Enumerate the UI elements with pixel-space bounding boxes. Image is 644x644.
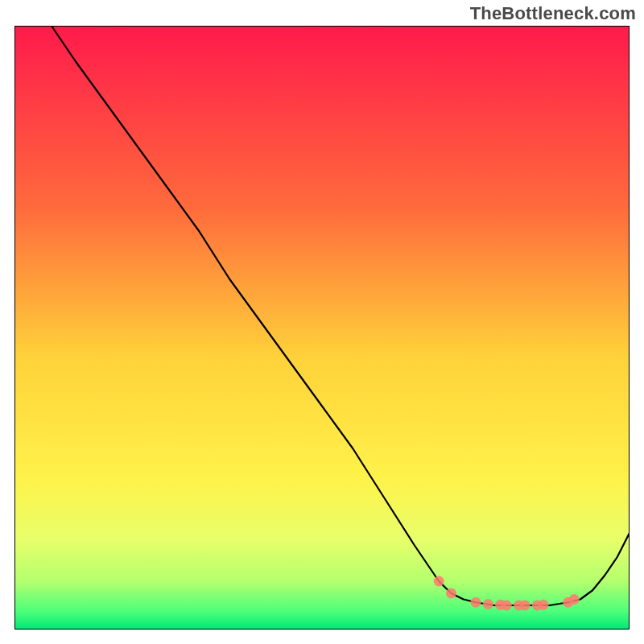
highlight-marker: [502, 601, 512, 611]
highlight-marker: [520, 601, 530, 611]
highlight-marker: [539, 600, 549, 610]
highlight-marker: [446, 588, 456, 599]
gradient-background: [14, 26, 630, 630]
chart-frame: TheBottleneck.com: [0, 0, 644, 644]
plot-area: [14, 26, 630, 630]
highlight-marker: [569, 594, 580, 605]
watermark-text: TheBottleneck.com: [470, 3, 636, 24]
highlight-marker: [434, 576, 444, 587]
highlight-marker: [483, 599, 493, 609]
chart-svg: [14, 26, 630, 630]
highlight-marker: [471, 597, 481, 608]
